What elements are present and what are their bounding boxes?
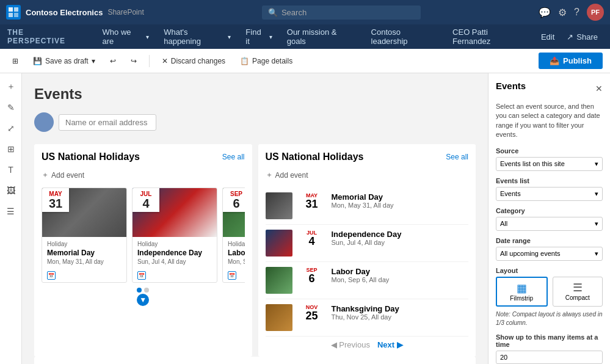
nav-mission[interactable]: Our mission & goals bbox=[280, 24, 364, 49]
close-panel-button[interactable]: ✕ bbox=[595, 84, 603, 93]
sidebar-grid-icon[interactable]: ⊞ bbox=[2, 140, 20, 158]
chevron-down-icon: ▾ bbox=[595, 160, 598, 168]
event-footer: 📅 bbox=[223, 269, 245, 282]
compact-event-thanksgiving[interactable]: NOV 25 Thanksgiving Day Thu, Nov 25, All… bbox=[266, 299, 469, 337]
event-card-labor[interactable]: SEP 6 Holiday Labor Day Mon, Sep 6, All … bbox=[222, 187, 245, 283]
redo-button[interactable]: ↪ bbox=[126, 54, 142, 68]
filmstrip-events-col: US National Holidays See all ＋ Add event… bbox=[34, 144, 252, 357]
calendar-icon: 📅 bbox=[228, 271, 236, 280]
pagination-dot-2[interactable] bbox=[144, 288, 149, 293]
date-range-select[interactable]: All upcoming events ▾ bbox=[496, 247, 603, 261]
sidebar-list-icon[interactable]: ☰ bbox=[2, 203, 20, 220]
notifications-icon[interactable]: 💬 bbox=[539, 7, 551, 18]
filmstrip-layout-option[interactable]: ▦ Filmstrip bbox=[496, 277, 548, 307]
pagination bbox=[42, 288, 245, 293]
see-all-compact[interactable]: See all bbox=[446, 153, 468, 161]
compact-event-info: Independence Day Sun, Jul 4, All day bbox=[332, 230, 469, 246]
undo-button[interactable]: ↩ bbox=[105, 54, 121, 68]
event-footer: 📅 bbox=[42, 269, 126, 282]
svg-rect-0 bbox=[9, 7, 13, 12]
next-button[interactable]: Next ▶ bbox=[377, 340, 403, 349]
events-list-label: Events list bbox=[496, 177, 603, 184]
compact-events-list: MAY 31 Memorial Day Mon, May 31, All day… bbox=[266, 187, 469, 337]
discard-changes-button[interactable]: ✕ Discard changes bbox=[157, 54, 230, 68]
svg-rect-1 bbox=[14, 7, 18, 12]
grid-icon[interactable]: ⊞ bbox=[7, 54, 23, 68]
toolbar: ⊞ 💾 Save as draft ▾ ↩ ↪ ✕ Discard change… bbox=[0, 49, 610, 73]
comments-section: Comments On The comments section will be… bbox=[34, 357, 476, 364]
help-icon[interactable]: ? bbox=[574, 7, 579, 18]
nav-who-we-are[interactable]: Who we are ▾ bbox=[95, 24, 157, 49]
sidebar-move-icon[interactable]: ⤢ bbox=[2, 120, 20, 137]
sidebar-add-icon[interactable]: ＋ bbox=[2, 78, 20, 95]
sidebar-edit-icon[interactable]: ✎ bbox=[2, 99, 20, 116]
event-card-memorial[interactable]: MAY 31 Holiday Memorial Day Mon, May 31,… bbox=[42, 187, 127, 283]
calendar-icon: 📅 bbox=[137, 271, 146, 280]
site-name: THE PERSPECTIVE bbox=[7, 28, 83, 45]
category-label: Category bbox=[496, 207, 603, 214]
page-details-button[interactable]: 📋 Page details bbox=[235, 54, 297, 68]
save-icon: 💾 bbox=[33, 57, 42, 65]
compact-events-col: US National Holidays See all ＋ Add event… bbox=[258, 144, 476, 357]
compact-event-image bbox=[266, 230, 292, 257]
publish-button[interactable]: 📤 Publish bbox=[539, 53, 603, 69]
add-event-filmstrip[interactable]: ＋ Add event bbox=[42, 170, 245, 180]
date-range-section: Date range All upcoming events ▾ bbox=[496, 237, 603, 261]
search-icon: 🔍 bbox=[268, 8, 278, 17]
search-input[interactable] bbox=[281, 8, 391, 17]
source-select[interactable]: Events list on this site ▾ bbox=[496, 157, 603, 171]
chevron-down-icon: ▾ bbox=[595, 190, 598, 198]
compact-event-independence[interactable]: JUL 4 Independence Day Sun, Jul 4, All d… bbox=[266, 225, 469, 262]
compact-event-image bbox=[266, 192, 292, 219]
app-icon bbox=[6, 5, 21, 20]
source-label: Source bbox=[496, 147, 603, 155]
undo-icon: ↩ bbox=[110, 57, 116, 65]
calendar-icon: 📅 bbox=[47, 271, 56, 280]
expand-button[interactable]: ▼ bbox=[137, 294, 149, 306]
settings-icon[interactable]: ⚙ bbox=[558, 7, 567, 18]
compact-event-labor[interactable]: SEP 6 Labor Day Mon, Sep 6, All day bbox=[266, 262, 469, 299]
event-info: Holiday Independence Day Sun, Jul 4, All… bbox=[133, 237, 217, 269]
pagination-dot-1[interactable] bbox=[137, 288, 142, 293]
compact-event-image bbox=[266, 267, 292, 294]
event-card-independence[interactable]: JUL 4 Holiday Independence Day Sun, Jul … bbox=[132, 187, 217, 283]
add-event-compact[interactable]: ＋ Add event bbox=[266, 170, 469, 180]
event-image: MAY 31 bbox=[42, 188, 126, 237]
nav-edit[interactable]: Edit bbox=[534, 24, 562, 49]
nav-ceo[interactable]: CEO Patti Fernandez bbox=[445, 24, 534, 49]
share-button[interactable]: ↗ Share bbox=[562, 32, 603, 42]
event-date-badge: SEP 6 bbox=[223, 188, 245, 212]
panel-title: Events bbox=[496, 81, 526, 91]
layout-options: ▦ Filmstrip ☰ Compact bbox=[496, 277, 603, 307]
nav-find-it[interactable]: Find it ▾ bbox=[238, 24, 279, 49]
nav-arrows: ◀ Previous Next ▶ bbox=[266, 340, 469, 349]
sidebar-text-icon[interactable]: T bbox=[2, 161, 20, 178]
chevron-down-icon: ▾ bbox=[595, 220, 598, 228]
top-bar-icons: 💬 ⚙ ? PF bbox=[539, 4, 604, 21]
event-image: SEP 6 bbox=[223, 188, 245, 237]
events-list-select[interactable]: Events ▾ bbox=[496, 187, 603, 201]
event-image: JUL 4 bbox=[133, 188, 217, 237]
compact-event-memorial[interactable]: MAY 31 Memorial Day Mon, May 31, All day bbox=[266, 187, 469, 225]
nav-whats-happening[interactable]: What's happening ▾ bbox=[156, 24, 238, 49]
date-range-label: Date range bbox=[496, 237, 603, 244]
editor-area: Events US National Holidays See all ＋ Ad… bbox=[22, 73, 488, 364]
author-input[interactable] bbox=[59, 114, 156, 131]
compact-event-info: Memorial Day Mon, May 31, All day bbox=[332, 192, 469, 209]
left-sidebar: ＋ ✎ ⤢ ⊞ T 🖼 ☰ bbox=[0, 73, 22, 364]
compact-layout-option[interactable]: ☰ Compact bbox=[553, 277, 603, 307]
svg-rect-2 bbox=[9, 13, 13, 17]
previous-button[interactable]: ◀ Previous bbox=[331, 340, 370, 349]
event-footer: 📅 bbox=[133, 269, 217, 282]
avatar[interactable]: PF bbox=[587, 4, 604, 21]
save-draft-button[interactable]: 💾 Save as draft ▾ bbox=[28, 54, 100, 68]
search-bar[interactable]: 🔍 bbox=[262, 5, 421, 20]
category-select[interactable]: All ▾ bbox=[496, 217, 603, 231]
show-count-input[interactable] bbox=[496, 351, 603, 364]
sharepoint-label: SharePoint bbox=[107, 8, 143, 16]
panel-description: Select an event source, and then you can… bbox=[496, 102, 603, 140]
see-all-filmstrip[interactable]: See all bbox=[222, 153, 245, 161]
nav-leadership[interactable]: Contoso leadership bbox=[364, 24, 446, 49]
sidebar-image-icon[interactable]: 🖼 bbox=[2, 182, 20, 199]
svg-rect-3 bbox=[14, 13, 18, 17]
